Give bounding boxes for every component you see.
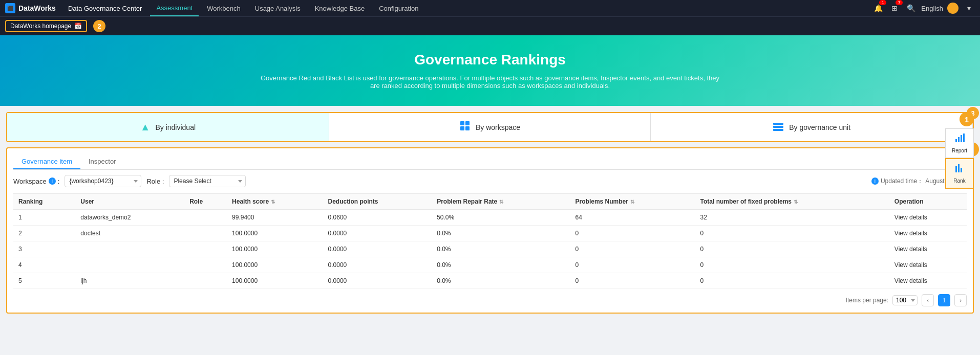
nav-knowledge-base[interactable]: Knowledge Base [309, 0, 371, 16]
table-row: 3 100.0000 0.0000 0.0% 0 0 View details [13, 241, 967, 257]
cell-operation-4[interactable]: View details [889, 273, 967, 289]
cell-role-1 [184, 226, 227, 241]
cell-operation-2[interactable]: View details [889, 241, 967, 257]
svg-rect-5 [773, 126, 783, 128]
sort-fixed-problems[interactable]: ⇅ [794, 199, 798, 205]
svg-rect-1 [465, 121, 470, 125]
dropdown-icon[interactable]: ▾ [963, 2, 975, 14]
subtab-governance-item[interactable]: Governance item [13, 154, 80, 169]
tab-governance-unit-label: By governance unit [789, 123, 850, 131]
cell-problems-2: 0 [570, 241, 695, 257]
nav-configuration[interactable]: Configuration [373, 0, 424, 16]
cell-health-score-0: 99.9400 [227, 210, 323, 226]
language-selector[interactable]: English [921, 5, 943, 12]
svg-rect-3 [465, 126, 470, 130]
cell-fixed-0: 32 [695, 210, 889, 226]
cell-repair-rate-2: 0.0% [432, 241, 570, 257]
cell-operation-1[interactable]: View details [889, 226, 967, 241]
pagination-row: Items per page: 100 ‹ 1 › [13, 294, 967, 306]
cell-user-3 [75, 257, 184, 273]
cell-operation-3[interactable]: View details [889, 257, 967, 273]
breadcrumb-home-button[interactable]: DataWorks homepage 📅 [5, 20, 87, 32]
cell-repair-rate-1: 0.0% [432, 226, 570, 241]
report-label: Report [952, 148, 967, 153]
cell-user-1: doctest [75, 226, 184, 241]
col-operation: Operation [889, 194, 967, 210]
rank-label: Rank [953, 178, 965, 184]
table-row: 1 dataworks_demo2 99.9400 0.0600 50.0% 6… [13, 210, 967, 226]
nav-assessment[interactable]: Assessment [150, 0, 199, 16]
col-repair-rate[interactable]: Problem Repair Rate⇅ [432, 194, 570, 210]
table-row: 5 ljh 100.0000 0.0000 0.0% 0 0 View deta… [13, 273, 967, 289]
rank-button[interactable]: Rank [945, 158, 974, 189]
sort-repair-rate[interactable]: ⇅ [499, 199, 503, 205]
svg-rect-7 [955, 139, 957, 142]
bell-icon[interactable]: 🔔 1 [872, 2, 884, 14]
col-health-score[interactable]: Health score⇅ [227, 194, 323, 210]
workspace-info-icon[interactable]: i [49, 178, 56, 185]
cell-deduction-0: 0.0600 [323, 210, 432, 226]
col-ranking: Ranking [13, 194, 75, 210]
cell-health-score-3: 100.0000 [227, 257, 323, 273]
cell-operation-0[interactable]: View details [889, 210, 967, 226]
grid-icon[interactable]: ⊞ 7 [888, 2, 901, 14]
page-prev-btn[interactable]: ‹ [922, 294, 934, 306]
cell-ranking-4: 5 [13, 273, 75, 289]
cell-fixed-3: 0 [695, 257, 889, 273]
cell-ranking-3: 4 [13, 257, 75, 273]
subtab-inspector[interactable]: Inspector [80, 154, 124, 169]
avatar[interactable] [947, 3, 958, 14]
report-button[interactable]: Report [945, 128, 974, 158]
tab-workspace-label: By workspace [476, 123, 520, 131]
hero-title: Governance Rankings [10, 52, 970, 68]
cell-user-4: ljh [75, 273, 184, 289]
updated-info-icon: i [871, 178, 879, 185]
workspace-icon [459, 120, 471, 134]
col-fixed-problems[interactable]: Total number of fixed problems⇅ [695, 194, 889, 210]
nav-usage-analysis[interactable]: Usage Analysis [249, 0, 307, 16]
svg-rect-0 [460, 121, 464, 125]
cell-fixed-1: 0 [695, 226, 889, 241]
svg-rect-9 [961, 135, 962, 142]
page-1-btn[interactable]: 1 [938, 294, 950, 306]
main-content: ▲ By individual By workspace By governan… [0, 106, 980, 320]
cell-role-4 [184, 273, 227, 289]
view-tabs-container: ▲ By individual By workspace By governan… [6, 112, 974, 142]
cell-ranking-0: 1 [13, 210, 75, 226]
tab-by-governance-unit[interactable]: By governance unit [651, 113, 973, 141]
page-next-btn[interactable]: › [954, 294, 967, 306]
bell-badge: 1 [879, 0, 886, 5]
table-header-row: Ranking User Role Health score⇅ Deductio… [13, 194, 967, 210]
grid-badge: 7 [896, 0, 903, 5]
logo[interactable]: ⬛ DataWorks [5, 3, 56, 13]
cell-deduction-2: 0.0000 [323, 241, 432, 257]
section-badge-1: 1 [960, 112, 974, 126]
items-per-page-label: Items per page: [846, 297, 888, 304]
tab-by-individual[interactable]: ▲ By individual [7, 113, 329, 141]
tab-by-workspace[interactable]: By workspace [329, 113, 651, 141]
search-icon[interactable]: 🔍 [905, 2, 917, 14]
breadcrumb-bar: DataWorks homepage 📅 2 [0, 16, 980, 35]
step-badge-2: 2 [93, 20, 105, 32]
nav-right-section: 🔔 1 ⊞ 7 🔍 English ▾ [872, 2, 975, 14]
sort-problems-number[interactable]: ⇅ [630, 199, 634, 205]
items-per-page-select[interactable]: 100 [892, 295, 918, 305]
workspace-select[interactable]: {workshop0423} [65, 175, 141, 187]
cell-fixed-4: 0 [695, 273, 889, 289]
sort-health-score[interactable]: ⇅ [271, 199, 275, 205]
col-problems-number[interactable]: Problems Number⇅ [570, 194, 695, 210]
cell-problems-0: 64 [570, 210, 695, 226]
cell-ranking-2: 3 [13, 241, 75, 257]
cell-deduction-1: 0.0000 [323, 226, 432, 241]
cell-user-0: dataworks_demo2 [75, 210, 184, 226]
nav-workbench[interactable]: Workbench [201, 0, 247, 16]
cell-role-2 [184, 241, 227, 257]
role-select[interactable]: Please Select [169, 175, 246, 187]
right-panel: 1 Report Rank [945, 112, 974, 189]
workspace-filter-label: Workspace i : [13, 178, 59, 185]
rank-icon [954, 163, 965, 176]
individual-icon: ▲ [140, 121, 151, 133]
hero-banner: Governance Rankings Governance Red and B… [0, 35, 980, 106]
col-role: Role [184, 194, 227, 210]
svg-rect-13 [961, 168, 962, 172]
